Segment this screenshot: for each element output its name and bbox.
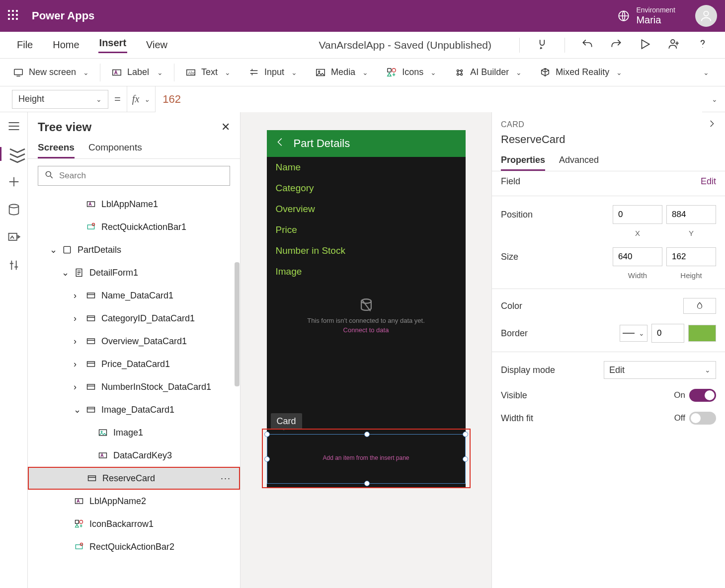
tab-home[interactable]: Home [52,39,80,51]
chevron-right-icon[interactable]: › [74,336,81,347]
media-label: Media [331,67,355,77]
edit-field-link[interactable]: Edit [701,176,716,187]
search-input[interactable] [59,171,224,181]
image-icon [97,427,108,438]
text-button[interactable]: Abc Text⌄ [176,67,240,78]
width-fit-toggle[interactable] [689,412,716,425]
more-icon[interactable]: ··· [221,473,231,484]
expand-props-icon[interactable] [707,119,716,130]
app-launcher-icon[interactable] [8,10,20,22]
form-empty-state: This form isn't connected to any data ye… [267,297,466,334]
icons-label: Icons [402,67,423,77]
tree-item-Image1[interactable]: Image1 [28,421,240,444]
formula-expand-icon[interactable]: ⌄ [702,95,725,104]
rect-icon [85,221,96,232]
tree-item-label: Image_DataCard1 [101,405,174,415]
tree-item-Image_DataCard1[interactable]: ⌄Image_DataCard1 [28,398,240,421]
tree-item-DetailForm1[interactable]: ⌄DetailForm1 [28,261,240,284]
tree-item-CategoryID_DataCard1[interactable]: ›CategoryID_DataCard1 [28,307,240,330]
play-icon[interactable] [639,38,651,53]
environment-picker[interactable]: Environment Maria [636,6,675,25]
tree-search[interactable] [38,166,230,186]
data-icon[interactable] [7,203,21,217]
tree-scrollbar[interactable] [235,262,240,386]
width-input[interactable] [613,247,662,266]
icons-button[interactable]: Icons⌄ [377,67,445,78]
tree-item-DataCardKey3[interactable]: DataCardKey3 [28,444,240,467]
form-field-label: Name [267,157,466,178]
tab-file[interactable]: File [16,39,34,51]
new-screen-button[interactable]: New screen⌄ [4,67,98,78]
position-y-input[interactable] [666,205,716,224]
chevron-down-icon[interactable]: ⌄ [74,404,81,415]
card-icon [85,336,96,347]
property-dropdown[interactable]: Height ⌄ [12,90,108,109]
tree-item-LblAppName2[interactable]: LblAppName2 [28,490,240,513]
chevron-right-icon[interactable]: › [74,313,81,324]
tree-item-NumberInStock_DataCard1[interactable]: ›NumberInStock_DataCard1 [28,375,240,398]
formula-input[interactable] [156,86,702,112]
mixed-reality-button[interactable]: Mixed Reality⌄ [531,67,631,78]
border-color-swatch[interactable] [688,325,716,342]
ribbon-expand-icon[interactable]: ⌄ [689,68,721,77]
chevron-right-icon[interactable]: › [74,382,81,392]
card-tag: Card [271,413,302,430]
tree-item-Price_DataCard1[interactable]: ›Price_DataCard1 [28,353,240,375]
label-text: Label [127,67,149,77]
chevron-down-icon: ⌄ [225,69,231,76]
props-tab-properties[interactable]: Properties [501,151,545,171]
fx-button[interactable]: fx⌄ [127,86,156,112]
border-style-dropdown[interactable]: ⌄ [620,325,647,342]
color-picker[interactable] [683,298,716,314]
add-icon[interactable] [7,175,21,189]
phone-preview[interactable]: Part Details NameCategoryOverviewPriceNu… [267,130,466,488]
tree-tab-components[interactable]: Components [88,138,142,158]
chevron-right-icon[interactable]: › [74,359,81,369]
svg-rect-24 [87,316,95,321]
settings-icon[interactable] [7,258,21,272]
tab-insert[interactable]: Insert [98,37,127,53]
screen-icon [62,244,73,255]
media-panel-icon[interactable] [7,230,21,244]
tree-view-icon[interactable] [0,147,27,161]
media-button[interactable]: Media⌄ [306,67,377,78]
tree-item-label: DetailForm1 [89,268,138,278]
props-tab-advanced[interactable]: Advanced [559,151,599,171]
user-avatar[interactable] [695,5,717,27]
tree-item-ReserveCard[interactable]: ReserveCard··· [28,467,240,490]
height-input[interactable] [666,247,716,266]
tree-item-IconBackarrow1[interactable]: IconBackarrow1 [28,513,240,535]
position-x-input[interactable] [613,205,662,224]
chevron-down-icon[interactable]: ⌄ [50,244,57,255]
tree-item-PartDetails[interactable]: ⌄PartDetails [28,238,240,261]
back-icon[interactable] [275,137,286,150]
tree-item-label: LblAppName1 [101,199,158,210]
tree-item-LblAppName1[interactable]: LblAppName1 [28,193,240,216]
visible-toggle[interactable] [689,389,716,402]
width-fit-state: Off [674,413,685,423]
undo-icon[interactable] [581,38,594,53]
input-button[interactable]: Input⌄ [240,67,306,78]
chevron-down-icon: ⌄ [157,69,163,76]
tab-view[interactable]: View [145,39,168,51]
display-mode-dropdown[interactable]: Edit⌄ [604,361,716,379]
ai-builder-button[interactable]: AI Builder⌄ [445,67,531,78]
close-icon[interactable]: ✕ [221,121,230,134]
tree-item-RectQuickActionBar1[interactable]: RectQuickActionBar1 [28,216,240,238]
help-icon[interactable] [696,38,709,53]
tree-item-Overview_DataCard1[interactable]: ›Overview_DataCard1 [28,330,240,353]
redo-icon[interactable] [610,38,623,53]
card-icon [85,359,96,369]
chevron-down-icon[interactable]: ⌄ [62,267,69,278]
connect-data-link[interactable]: Connect to data [267,326,466,334]
tree-item-RectQuickActionBar2[interactable]: RectQuickActionBar2 [28,535,240,558]
chevron-right-icon[interactable]: › [74,291,81,301]
tree-tab-screens[interactable]: Screens [38,138,75,158]
label-button[interactable]: Label⌄ [102,67,172,78]
app-checker-icon[interactable] [536,38,549,53]
share-icon[interactable] [667,38,680,53]
svg-point-20 [92,223,95,226]
border-width-input[interactable] [651,324,684,343]
tree-item-Name_DataCard1[interactable]: ›Name_DataCard1 [28,284,240,307]
hamburger-icon[interactable] [7,119,21,133]
